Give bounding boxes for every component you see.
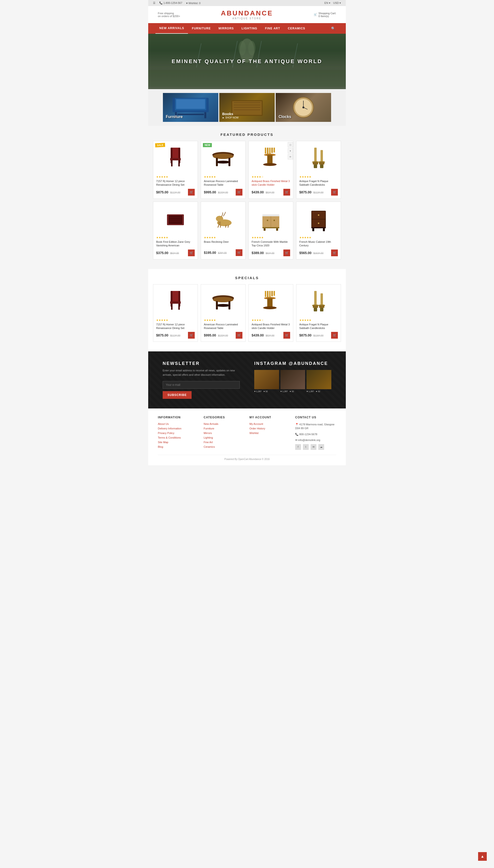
- hero-text: EMINENT QUALITY OF THE ANTIQUE WORLD: [172, 58, 322, 64]
- special-price-4: $875.00: [299, 333, 311, 337]
- svg-rect-21: [172, 147, 179, 158]
- product-card-3: ⊡ ♥ 👁 ★★★★☆ Antiqued Brass Finished Meta…: [248, 141, 293, 199]
- footer-link-wishlist[interactable]: Wishlist: [249, 432, 290, 434]
- svg-rect-68: [264, 228, 266, 231]
- social-facebook[interactable]: f: [295, 444, 301, 450]
- svg-rect-37: [271, 147, 273, 153]
- add-cart-button-5[interactable]: 🛒: [188, 250, 195, 256]
- product-price-row-2: $995.00 $1334.00 🛒: [204, 189, 243, 196]
- insta-stats-1: ♥ 1,287● 32: [254, 390, 279, 393]
- add-cart-button-4[interactable]: 🛒: [331, 189, 338, 196]
- instagram-item-1[interactable]: ♥ 1,287● 32: [254, 370, 279, 393]
- nav-fine-art[interactable]: FINE ART: [261, 23, 284, 34]
- add-cart-button-8[interactable]: 🛒: [331, 250, 338, 256]
- footer-my-account-title: MY ACCOUNT: [249, 416, 290, 419]
- insta-stats-3: ♥ 1,287● 32: [306, 390, 331, 393]
- category-clocks-label: Clocks: [279, 115, 291, 119]
- svg-rect-99: [321, 293, 323, 305]
- footer-link-about[interactable]: About Us: [158, 422, 199, 425]
- social-rss[interactable]: ☁: [318, 444, 324, 450]
- instagram-item-3[interactable]: ♥ 1,287● 32: [306, 370, 331, 393]
- footer-cat-mirrors[interactable]: Mirrors: [204, 432, 245, 434]
- product-stars-3: ★★★★☆: [251, 175, 290, 178]
- footer-link-terms[interactable]: Terms & Conditions: [158, 436, 199, 439]
- special-old-price-2: $1334.00: [218, 334, 228, 337]
- special-name-3: Antiqued Brass Finished Metal 3 stick Ca…: [251, 323, 290, 330]
- svg-rect-46: [319, 162, 324, 164]
- nav-furniture[interactable]: FURNITURE: [188, 23, 214, 34]
- svg-point-57: [216, 216, 223, 221]
- instagram-item-2[interactable]: ♥ 1,287● 32: [281, 370, 305, 393]
- social-twitter[interactable]: t: [303, 444, 309, 450]
- category-clocks[interactable]: Clocks: [276, 93, 331, 122]
- nav-lighting[interactable]: LIGHTING: [238, 23, 261, 34]
- svg-rect-48: [320, 164, 323, 168]
- add-cart-button-2[interactable]: 🛒: [236, 189, 243, 196]
- footer-contact: CONTACT US 📍 4178 Marmora road, Glasgow …: [295, 416, 336, 450]
- product-price-4: $875.00: [299, 190, 311, 194]
- logo[interactable]: ABUNDANCE ANTIQUE STORE: [221, 9, 273, 20]
- footer-cat-fine-art[interactable]: Fine Art: [204, 441, 245, 443]
- navigation: NEW ARRIVALS FURNITURE MIRRORS LIGHTING …: [148, 23, 346, 34]
- add-cart-button-3[interactable]: 🛒: [283, 189, 290, 196]
- special-cart-btn-4[interactable]: 🛒: [331, 332, 338, 339]
- cart-info[interactable]: 🛒 Shopping Cart: 0 Item(s): [314, 12, 336, 18]
- footer-link-delivery[interactable]: Delivery Information: [158, 427, 199, 430]
- special-chair-icon: [166, 290, 185, 314]
- product-image-3: [251, 144, 290, 173]
- hamburger-icon[interactable]: ☰: [153, 1, 155, 4]
- special-stars-3: ★★★★☆: [251, 319, 290, 322]
- category-furniture[interactable]: Furniture: [163, 93, 218, 122]
- footer-link-sitemap[interactable]: Site Map: [158, 441, 199, 443]
- nav-new-arrivals[interactable]: NEW ARRIVALS: [155, 23, 188, 34]
- special-image-2: [204, 287, 243, 316]
- footer-cat-ceramics[interactable]: Ceramics: [204, 445, 245, 448]
- newsletter-email-input[interactable]: [163, 381, 240, 389]
- svg-point-40: [263, 163, 277, 166]
- footer-grid: INFORMATION About Us Delivery Informatio…: [158, 416, 336, 450]
- footer-cat-furniture[interactable]: Furniture: [204, 427, 245, 430]
- category-books[interactable]: Books ► SHOP NOW: [219, 93, 275, 122]
- footer-cat-lighting[interactable]: Lighting: [204, 436, 245, 439]
- nav-mirrors[interactable]: MIRRORS: [215, 23, 238, 34]
- footer-link-privacy[interactable]: Privacy Policy: [158, 432, 199, 434]
- footer-contact-title: CONTACT US: [295, 416, 336, 419]
- nav-ceramics[interactable]: CERAMICS: [284, 23, 309, 34]
- special-card-4: ★★★★★ Antique Fraget N Plaque Sabbath Ca…: [296, 284, 341, 342]
- special-stars-1: ★★★★★: [156, 319, 195, 322]
- currency-selector[interactable]: USD ▾: [333, 1, 341, 4]
- svg-rect-8: [204, 112, 206, 118]
- footer-link-my-account[interactable]: My Account: [249, 422, 290, 425]
- special-candle-icon: [262, 290, 279, 314]
- product-old-price-7: $534.00: [266, 252, 274, 255]
- free-shipping-info: Free shipping on orders of $200+: [158, 12, 180, 18]
- wishlist-link[interactable]: ♥ Wishlist: 0: [186, 2, 201, 4]
- footer-link-blog[interactable]: Blog: [158, 445, 199, 448]
- svg-rect-91: [265, 291, 266, 297]
- language-selector[interactable]: EN ▾: [324, 1, 330, 4]
- svg-rect-69: [276, 228, 278, 231]
- special-cart-btn-2[interactable]: 🛒: [236, 332, 243, 339]
- product-name-5: Book First Edition Zane Grey Vanishing A…: [156, 240, 195, 248]
- search-icon[interactable]: 🔍: [328, 23, 339, 34]
- add-cart-button-6[interactable]: 🛒: [236, 249, 243, 256]
- special-cart-btn-1[interactable]: 🛒: [188, 332, 195, 339]
- footer-link-order-history[interactable]: Order History: [249, 427, 290, 430]
- social-email[interactable]: ✉: [311, 444, 317, 450]
- product-stars-5: ★★★★★: [156, 236, 195, 239]
- featured-title: FEATURED PRODUCTS: [148, 126, 346, 141]
- add-cart-button-7[interactable]: 🛒: [283, 250, 290, 256]
- svg-rect-36: [267, 147, 268, 154]
- add-cart-button-1[interactable]: 🛒: [188, 189, 195, 196]
- svg-rect-35: [273, 147, 275, 153]
- special-stars-2: ★★★★★: [204, 319, 243, 322]
- phone-number: 📞 1-800-1254-567: [159, 1, 182, 4]
- footer-categories-title: CATEGORIES: [204, 416, 245, 419]
- footer-cat-new-arrivals[interactable]: New Arrivals: [204, 422, 245, 425]
- special-card-2: ★★★★★ American Rococo Laminated Rosewood…: [201, 284, 246, 342]
- special-cart-btn-3[interactable]: 🛒: [283, 332, 290, 339]
- subscribe-button[interactable]: SUBSCRIBE: [163, 391, 192, 399]
- svg-point-2: [248, 41, 255, 55]
- product-stars-2: ★★★★★: [204, 175, 243, 178]
- svg-rect-93: [267, 291, 268, 298]
